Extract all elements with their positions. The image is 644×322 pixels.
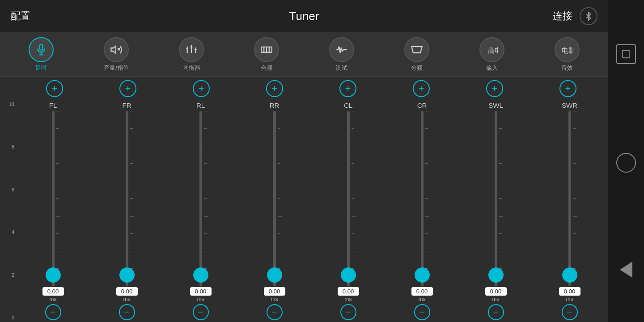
ch-slider-swl	[459, 111, 532, 286]
ch-thumb-fl[interactable]	[46, 267, 61, 283]
tab-delay[interactable]: 延时	[4, 34, 79, 75]
ch-unit-fl: ms	[50, 296, 57, 302]
channel-rr: RR	[237, 100, 311, 320]
ch-slider-fr	[90, 111, 163, 286]
ch-thumb-rl[interactable]	[193, 267, 208, 283]
tab-crossover[interactable]: 分频	[379, 34, 454, 75]
ch-name-fl: FL	[49, 100, 57, 110]
sliders-section: + + + + + + + +	[0, 77, 608, 322]
ch-val-wrap-fl: 0.00 ms	[42, 287, 64, 302]
ch-val-wrap-cr: 0.00 ms	[411, 287, 433, 302]
ch-val-wrap-rr: 0.00 ms	[264, 287, 285, 302]
tab-crossover-label: 分频	[411, 64, 423, 72]
tab-delay-label: 延时	[35, 64, 47, 72]
ch-val-cl: 0.00	[338, 287, 359, 296]
plus-btn-cr[interactable]: +	[413, 80, 430, 97]
ch-track-rl	[195, 111, 206, 286]
ch-thumb-swl[interactable]	[488, 267, 504, 283]
ch-val-swl: 0.00	[485, 287, 507, 296]
header: 配置 Tuner 连接	[0, 0, 608, 32]
svg-rect-0	[40, 44, 43, 50]
ch-thumb-swr[interactable]	[562, 267, 577, 283]
ch-name-swr: SWR	[562, 100, 577, 110]
ch-track-bg-swr	[568, 111, 571, 286]
tab-input[interactable]: 高电平 输入	[454, 34, 530, 75]
minus-btn-swr[interactable]: −	[562, 304, 578, 320]
plus-btn-fl[interactable]: +	[46, 80, 63, 97]
minus-btn-fr[interactable]: −	[119, 304, 135, 320]
ch-val-cr: 0.00	[411, 287, 433, 296]
ch-track-bg-fl	[52, 111, 55, 286]
bluetooth-icon[interactable]	[580, 7, 597, 25]
plus-btn-swr[interactable]: +	[559, 80, 576, 97]
ch-val-fr: 0.00	[116, 287, 138, 296]
ch-thumb-cr[interactable]	[415, 267, 430, 283]
scale-2: 2	[12, 273, 14, 278]
minus-btn-fl[interactable]: −	[45, 304, 61, 320]
tab-test-label: 测试	[336, 64, 347, 72]
ch-track-fl	[48, 111, 59, 286]
ch-name-swl: SWL	[488, 100, 503, 110]
circle-btn[interactable]	[616, 153, 636, 173]
ch-track-bg-rl	[199, 111, 202, 286]
plus-cell-rr: +	[238, 80, 311, 97]
header-right: 连接	[553, 7, 597, 25]
tab-effects[interactable]: 电影 音效	[530, 34, 605, 75]
plus-btn-rr[interactable]: +	[266, 80, 283, 97]
plus-btn-cl[interactable]: +	[339, 80, 356, 97]
ch-track-swl	[491, 111, 501, 286]
app-title: Tuner	[55, 9, 553, 23]
tab-test[interactable]: 测试	[304, 34, 379, 75]
minus-btn-rr[interactable]: −	[267, 304, 283, 320]
scale-10: 10	[9, 102, 14, 107]
scale-8: 8	[12, 144, 14, 149]
plus-cell-fl: +	[18, 80, 91, 97]
minus-btn-cr[interactable]: −	[414, 304, 430, 320]
plus-row: + + + + + + + +	[0, 77, 608, 100]
ch-track-bg-cl	[347, 111, 350, 286]
tab-crossover-combine[interactable]: 合频	[229, 34, 304, 75]
ch-unit-cr: ms	[419, 296, 426, 302]
scale-6: 6	[12, 187, 14, 192]
tab-volume-label: 音量/相位	[104, 64, 129, 72]
minus-btn-rl[interactable]: −	[193, 304, 209, 320]
minus-btn-cl[interactable]: −	[340, 304, 356, 320]
ch-thumb-rr[interactable]	[267, 267, 282, 283]
ch-unit-fr: ms	[123, 296, 131, 302]
scale-4: 4	[12, 230, 14, 235]
tab-eq[interactable]: 均衡器	[154, 34, 229, 75]
app-container: 配置 Tuner 连接 延时	[0, 0, 608, 322]
ch-track-cr	[417, 111, 428, 286]
ch-track-rr	[269, 111, 280, 286]
ch-track-bg-rr	[273, 111, 276, 286]
ch-thumb-fr[interactable]	[119, 267, 135, 283]
plus-cell-fr: +	[91, 80, 165, 97]
ch-unit-rr: ms	[271, 296, 278, 302]
ch-unit-swl: ms	[492, 296, 500, 302]
square-btn[interactable]	[616, 44, 636, 64]
ch-slider-swr	[533, 111, 606, 286]
ch-track-swr	[564, 111, 575, 286]
channel-swl: SWL	[459, 100, 533, 320]
ch-slider-fl	[17, 111, 89, 286]
plus-cell-swl: +	[458, 80, 531, 97]
connect-label[interactable]: 连接	[553, 9, 572, 23]
wave-icon	[329, 37, 354, 62]
ch-thumb-cl[interactable]	[341, 267, 356, 283]
plus-btn-swl[interactable]: +	[486, 80, 503, 97]
ch-slider-rr	[238, 111, 311, 286]
ch-val-wrap-cl: 0.00 ms	[338, 287, 359, 302]
svg-marker-16	[411, 47, 422, 53]
plus-btn-fr[interactable]: +	[119, 80, 136, 97]
back-btn[interactable]	[620, 262, 632, 278]
channel-fl: FL	[16, 100, 90, 320]
equalizer-icon	[179, 37, 204, 62]
minus-btn-swl[interactable]: −	[488, 304, 504, 320]
ch-track-bg-swl	[495, 111, 497, 286]
channel-cr: CR	[385, 100, 459, 320]
plus-btn-rl[interactable]: +	[193, 80, 210, 97]
config-label[interactable]: 配置	[11, 9, 55, 23]
tab-volume-phase[interactable]: 音量/相位	[79, 34, 154, 75]
channel-fr: FR	[90, 100, 164, 320]
highlevel-icon: 高电平	[479, 37, 504, 62]
